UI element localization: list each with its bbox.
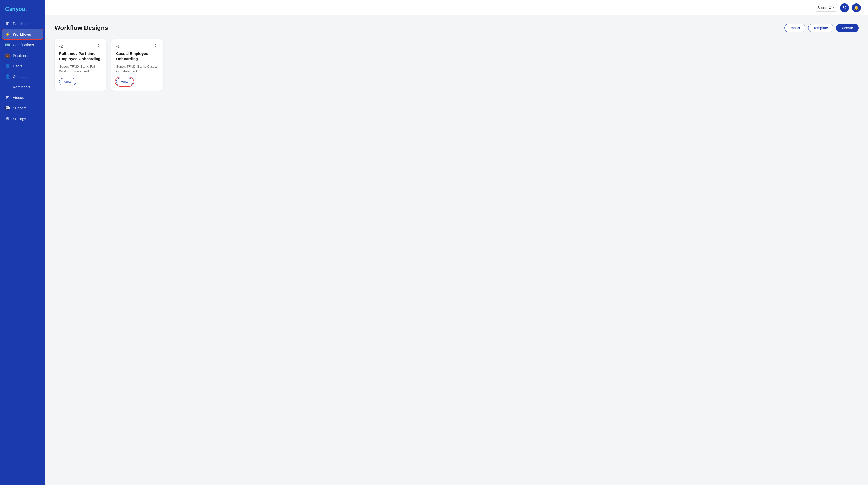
sidebar-item-label: Support (13, 106, 26, 110)
logo-text: Canyou. (5, 6, 27, 12)
card-version: v1 (116, 44, 120, 48)
card-version: v2 (59, 44, 63, 48)
import-button[interactable]: Import (784, 24, 805, 32)
main-area: Space X ▾ FJ 🔔 Workflow Designs Import T… (45, 0, 868, 485)
dashboard-icon: ⊞ (5, 21, 10, 26)
card-header: v2 ⋮ (59, 44, 101, 48)
card-actions: View (116, 78, 158, 86)
page-title: Workflow Designs (55, 24, 108, 32)
bell-icon: 🔔 (854, 5, 859, 10)
sidebar-item-label: Dashboard (13, 22, 31, 26)
view-button-1[interactable]: View (59, 78, 76, 86)
workflows-icon: ⚡ (5, 32, 10, 37)
header-actions: Import Template Create (784, 24, 859, 32)
sidebar-item-workflows[interactable]: ⚡ Workflows (2, 29, 43, 39)
card-header: v1 ⋮ (116, 44, 158, 48)
sidebar-item-label: Workflows (13, 32, 31, 36)
workflow-card-2: v1 ⋮ Casual Employee Onboarding Super, T… (111, 39, 163, 91)
card-title: Casual Employee Onboarding (116, 51, 158, 62)
sidebar-item-label: Positions (13, 54, 28, 58)
app-logo: Canyou. (0, 0, 45, 18)
sidebar-item-label: Settings (13, 117, 26, 121)
contacts-icon: 👤 (5, 74, 10, 79)
positions-icon: 💼 (5, 53, 10, 58)
sidebar-item-dashboard[interactable]: ⊞ Dashboard (2, 19, 43, 29)
card-title: Full-time / Part-time Employee Onboardin… (59, 51, 101, 62)
sidebar-item-label: Reminders (13, 85, 30, 89)
settings-icon: ⚙ (5, 116, 10, 121)
certifications-icon: 🪪 (5, 42, 10, 47)
workspace-name: Space X (817, 6, 831, 10)
workspace-selector[interactable]: Space X ▾ (814, 4, 837, 12)
workflow-card-1: v2 ⋮ Full-time / Part-time Employee Onbo… (55, 39, 106, 91)
reminders-icon: 🗃 (5, 85, 10, 89)
create-button[interactable]: Create (836, 24, 859, 32)
sidebar-nav: ⊞ Dashboard ⚡ Workflows 🪪 Certifications… (0, 18, 45, 125)
content-area: Workflow Designs Import Template Create … (45, 15, 868, 485)
videos-icon: ⊡ (5, 95, 10, 100)
sidebar-item-label: Certifications (13, 43, 34, 47)
sidebar-item-certifications[interactable]: 🪪 Certifications (2, 40, 43, 50)
sidebar-item-label: Contacts (13, 75, 27, 79)
support-icon: 💬 (5, 106, 10, 110)
card-menu-button[interactable]: ⋮ (96, 44, 101, 48)
topbar: Space X ▾ FJ 🔔 (45, 0, 868, 15)
sidebar-item-label: Users (13, 64, 23, 68)
card-actions: View (59, 78, 101, 86)
chevron-down-icon: ▾ (833, 6, 834, 9)
users-icon: 👤 (5, 64, 10, 68)
sidebar-item-support[interactable]: 💬 Support (2, 103, 43, 113)
card-menu-button[interactable]: ⋮ (153, 44, 158, 48)
view-button-2[interactable]: View (116, 78, 133, 86)
sidebar-item-videos[interactable]: ⊡ Videos (2, 93, 43, 102)
cards-grid: v2 ⋮ Full-time / Part-time Employee Onbo… (55, 39, 859, 91)
sidebar: Canyou. ⊞ Dashboard ⚡ Workflows 🪪 Certif… (0, 0, 45, 485)
sidebar-item-reminders[interactable]: 🗃 Reminders (2, 82, 43, 92)
avatar-initials: FJ (842, 6, 846, 9)
notifications-button[interactable]: 🔔 (852, 3, 861, 12)
sidebar-item-label: Videos (13, 96, 24, 100)
sidebar-item-positions[interactable]: 💼 Positions (2, 51, 43, 60)
sidebar-item-contacts[interactable]: 👤 Contacts (2, 71, 43, 82)
sidebar-item-users[interactable]: 👤 Users (2, 61, 43, 71)
content-header: Workflow Designs Import Template Create (55, 24, 859, 32)
avatar: FJ (840, 3, 849, 12)
card-description: Super, TFND, Bank, Fair Work info statem… (59, 64, 101, 74)
template-button[interactable]: Template (808, 24, 834, 32)
sidebar-item-settings[interactable]: ⚙ Settings (2, 114, 43, 124)
card-description: Super, TFND, Bank, Casual info statement (116, 64, 158, 74)
